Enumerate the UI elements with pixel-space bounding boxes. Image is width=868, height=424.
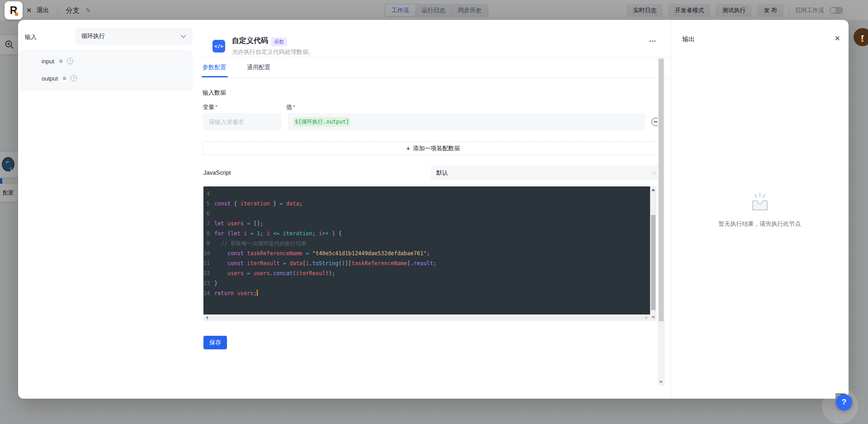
js-mode-value: 默认 — [436, 169, 652, 177]
code-line: 13} — [203, 278, 650, 288]
editor-vertical-scrollbar[interactable] — [650, 186, 656, 321]
more-options-button[interactable]: ... — [649, 35, 656, 43]
line-number: 5 — [203, 199, 214, 209]
code-line: 6 — [203, 209, 650, 219]
node-type-badge: 函数 — [271, 37, 287, 47]
code-line: 8for (let i = 1; i <= iteration; i++ ) { — [203, 229, 650, 238]
logo-accent — [15, 13, 18, 16]
help-circle-icon: ? — [71, 75, 77, 81]
tab-general-config[interactable]: 通用配置 — [247, 63, 270, 71]
output-title: 输出 — [682, 35, 695, 43]
custom-code-icon: </> — [212, 40, 225, 52]
app-logo[interactable]: R — [5, 1, 23, 19]
code-line: 11 const iterResult = data[i.toString()]… — [203, 258, 650, 268]
node-input-panel: 输入 循环执行 input≡?output≡? — [18, 20, 202, 399]
variable-label: 变量* — [203, 103, 217, 111]
line-number: 9 — [203, 238, 214, 248]
drag-handle-icon[interactable]: ≡ — [59, 58, 62, 64]
input-section-label: 输入 — [25, 33, 37, 41]
input-data-heading: 输入数据 — [203, 89, 226, 97]
drag-handle-icon[interactable]: ≡ — [62, 75, 66, 81]
code-line: 7let users = []; — [203, 219, 650, 229]
code-line: 12 users = users.concat(iterResult); — [203, 268, 650, 278]
scroll-down-arrow[interactable] — [651, 316, 655, 319]
variable-row-output[interactable]: output≡? — [20, 70, 193, 87]
divider — [202, 78, 670, 78]
code-line: 14return users; — [203, 288, 650, 298]
user-avatar[interactable]: r — [854, 28, 868, 46]
line-number: 10 — [203, 248, 214, 258]
input-source-value: 循环执行 — [81, 32, 182, 40]
code-editor[interactable]: 45const { iteration } = data;67let users… — [203, 186, 650, 314]
variable-name: input — [42, 58, 54, 65]
variable-row-input[interactable]: input≡? — [20, 52, 193, 70]
active-tab-underline — [202, 76, 228, 77]
editor-horizontal-scrollbar[interactable] — [203, 314, 650, 321]
scroll-thumb[interactable] — [651, 215, 656, 310]
value-token: ${循环执行.output} — [293, 117, 350, 127]
avatar-accent — [861, 40, 863, 42]
variable-name: output — [42, 75, 58, 82]
chevron-down-icon — [651, 169, 656, 174]
help-circle-icon: ? — [67, 58, 73, 64]
input-variable-list: input≡?output≡? — [20, 50, 193, 91]
help-button[interactable]: ? — [836, 394, 852, 410]
line-number: 6 — [203, 209, 214, 219]
empty-inbox-icon — [747, 192, 773, 213]
code-line: 9 // 获取每一次循环迭代的执行结果 — [203, 238, 650, 248]
code-line: 4 — [203, 189, 650, 199]
tab-parameter-config[interactable]: 参数配置 — [203, 63, 226, 71]
required-mark: * — [293, 104, 295, 110]
scroll-left-arrow[interactable] — [206, 316, 208, 319]
output-panel: 输出 ✕ 暂无执行结果，请先执行此节点 — [670, 20, 849, 399]
value-label: 值* — [286, 103, 295, 111]
add-row-label: 添加一项装配数据 — [413, 144, 460, 152]
plus-icon: + — [406, 144, 410, 152]
line-number: 7 — [203, 219, 214, 229]
empty-state-text: 暂无执行结果，请先执行此节点 — [719, 220, 801, 228]
scroll-down-arrow[interactable] — [659, 381, 663, 383]
value-input[interactable]: ${循环执行.output} — [288, 113, 645, 130]
variable-name-input[interactable] — [203, 113, 282, 130]
divider — [202, 57, 670, 57]
chevron-down-icon — [181, 33, 186, 38]
node-subtitle: 允许执行自定义代码处理数据。 — [232, 48, 314, 56]
close-output-icon[interactable]: ✕ — [835, 34, 840, 43]
empty-state: 暂无执行结果，请先执行此节点 — [671, 192, 849, 228]
scroll-right-arrow[interactable] — [646, 316, 648, 319]
line-number: 4 — [203, 189, 214, 199]
line-number: 11 — [203, 258, 214, 268]
code-lines: 45const { iteration } = data;67let users… — [203, 186, 650, 298]
save-button[interactable]: 保存 — [203, 336, 227, 349]
line-number: 12 — [203, 268, 214, 278]
line-number: 13 — [203, 278, 214, 288]
js-mode-select[interactable]: 默认 — [431, 166, 663, 180]
scroll-up-arrow[interactable] — [651, 189, 655, 191]
node-config-content: </> 自定义代码 函数 允许执行自定义代码处理数据。 ... 参数配置 通用配… — [202, 20, 670, 399]
node-config-modal: 输入 循环执行 input≡?output≡? </> 自定义代码 函数 允许执… — [18, 20, 849, 399]
text-cursor — [257, 290, 258, 296]
line-number: 14 — [203, 288, 214, 298]
node-title: 自定义代码 — [232, 36, 268, 46]
input-source-select[interactable]: 循环执行 — [75, 28, 193, 45]
scroll-thumb[interactable] — [659, 59, 664, 321]
javascript-label: JavaScript — [203, 169, 231, 176]
modal-scrollbar[interactable] — [658, 57, 665, 386]
add-data-row-button[interactable]: + 添加一项装配数据 — [203, 141, 663, 155]
code-line: 5const { iteration } = data; — [203, 199, 650, 209]
line-number: 8 — [203, 229, 214, 238]
required-mark: * — [215, 104, 217, 110]
code-line: 10 const taskReferenceName = "t40e5c41d1… — [203, 248, 650, 258]
